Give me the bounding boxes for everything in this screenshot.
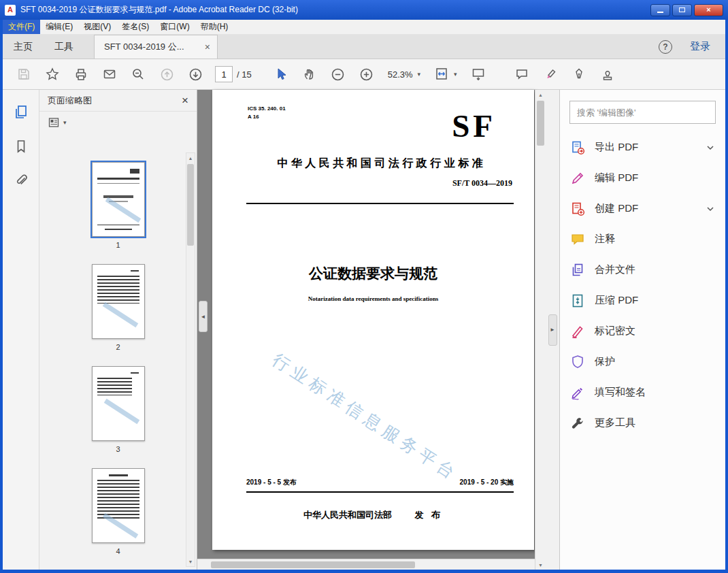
thumbnail-options-icon[interactable] [48,116,60,129]
tool-comment[interactable]: 注释 [560,224,725,255]
tool-fill-sign[interactable]: 填写和签名 [560,377,725,408]
tool-export-pdf[interactable]: 导出 PDF [560,132,725,163]
scroll-up-icon[interactable]: ▲ [186,153,195,163]
scrollbar-thumb[interactable] [211,561,415,568]
comment-tool-button[interactable] [510,63,533,85]
tool-combine-files[interactable]: 合并文件 [560,255,725,285]
create-pdf-icon [569,201,586,217]
attachments-panel-button[interactable] [10,170,33,191]
restore-icon [679,7,685,12]
export-pdf-icon [569,140,586,156]
chevron-down-icon[interactable] [705,143,716,152]
tab-close-icon[interactable]: × [205,42,210,52]
thumbnail-page-1[interactable]: 1 [92,162,145,249]
adobe-reader-icon: A [5,5,16,16]
save-button[interactable] [12,63,35,85]
thumbnails-scrollbar[interactable]: ▲ ▼ [186,152,195,567]
highlight-tool-button[interactable] [539,63,562,85]
menu-edit[interactable]: 编辑(E) [40,20,78,34]
document-subtitle: Notarization data requirements and speci… [212,295,534,302]
implement-date: 2019 - 5 - 20 实施 [460,478,514,487]
scrollbar-thumb[interactable] [187,164,194,246]
minimize-button[interactable] [650,4,670,16]
thumbnail-page-4[interactable]: 4 [92,468,145,555]
redact-icon [569,323,586,340]
bookmarks-panel-button[interactable] [10,136,33,157]
ics-line: A 16 [248,113,286,121]
tab-document-title: SFT 0034-2019 公... [104,41,198,53]
scroll-mode-icon [471,67,486,82]
print-icon [74,67,88,81]
document-vertical-scrollbar[interactable]: ▲ ▼ [535,90,546,570]
email-button[interactable] [98,63,121,85]
tool-edit-pdf[interactable]: 编辑 PDF [560,163,725,193]
thumbnail-page-2[interactable]: 2 [92,264,145,351]
zoom-out-button[interactable] [327,63,350,85]
tool-redact[interactable]: 标记密文 [560,316,725,346]
menu-help[interactable]: 帮助(H) [195,20,234,34]
page-navigation: / 15 [215,66,252,82]
panel-close-icon[interactable]: × [182,95,188,106]
standard-caption: 中 华 人 民 共 和 国 司 法 行 政 行 业 标 准 [245,157,515,171]
scroll-down-icon[interactable]: ▼ [535,560,546,570]
tab-home[interactable]: 主页 [3,35,44,59]
main-area: 页面缩略图 × ▾ [3,90,725,570]
issue-date: 2019 - 5 - 5 发布 [246,478,297,487]
compress-pdf-icon [569,293,586,309]
tab-document[interactable]: SFT 0034-2019 公... × [94,35,218,59]
chevron-down-icon: ▾ [454,71,457,78]
restore-button[interactable] [672,4,692,16]
tab-bar: 主页 工具 SFT 0034-2019 公... × ? 登录 [3,35,725,59]
zoom-in-button[interactable] [355,63,378,85]
help-icon[interactable]: ? [659,40,672,54]
zoom-level-value: 52.3% [388,69,413,80]
previous-page-button[interactable] [155,63,178,85]
scroll-up-icon[interactable]: ▲ [535,90,546,99]
tab-tools[interactable]: 工具 [44,35,84,59]
chevron-down-icon[interactable] [705,204,716,214]
right-panel-gutter: ► [546,90,559,570]
star-icon [46,67,59,81]
page-thumbnails-panel-button[interactable] [10,102,33,122]
edit-pdf-icon [569,170,586,186]
tool-compress-pdf[interactable]: 压缩 PDF [560,285,725,316]
zoom-out-icon [331,67,345,82]
menu-window[interactable]: 窗口(W) [154,20,195,34]
scrollbar-thumb[interactable] [537,101,544,146]
app-frame: 文件(F) 编辑(E) 视图(V) 签名(S) 窗口(W) 帮助(H) 主页 工… [3,20,725,570]
tool-label: 压缩 PDF [595,294,696,307]
tool-create-pdf[interactable]: 创建 PDF [560,193,725,224]
tool-protect[interactable]: 保护 [560,346,725,377]
thumbnail-page-3[interactable]: 3 [92,366,145,453]
chevron-down-icon[interactable]: ▾ [63,119,67,126]
thumbnail-page-number: 4 [116,547,120,555]
close-button[interactable]: × [694,4,723,16]
stamp-tool-button[interactable] [596,63,619,85]
fit-width-dropdown[interactable]: ▾ [434,67,457,82]
page-number-input[interactable] [215,66,233,82]
next-page-button[interactable] [184,63,207,85]
comment-icon [569,231,586,248]
search-zoom-button[interactable] [127,63,150,85]
ics-classification: ICS 35. 240. 01 A 16 [248,105,286,121]
collapse-left-panel-handle[interactable]: ◄ [199,301,208,332]
menu-sign[interactable]: 签名(S) [116,20,154,34]
menu-file[interactable]: 文件(F) [3,20,40,34]
sign-tool-button[interactable] [567,63,591,85]
hand-tool-button[interactable] [298,63,321,85]
zoom-level-dropdown[interactable]: 52.3% ▾ [388,69,420,80]
tool-more-tools[interactable]: 更多工具 [560,408,725,438]
document-horizontal-scrollbar[interactable] [197,559,535,570]
select-tool-button[interactable] [269,63,293,85]
tools-search-input[interactable] [569,101,716,124]
sign-in-link[interactable]: 登录 [690,40,710,53]
scroll-down-icon[interactable]: ▼ [186,557,195,566]
collapse-right-panel-handle[interactable]: ► [548,314,557,346]
menu-view[interactable]: 视图(V) [78,20,116,34]
fill-sign-pen-icon [569,384,586,401]
print-button[interactable] [69,63,93,85]
scroll-mode-button[interactable] [467,63,490,85]
select-cursor-icon [274,67,288,81]
star-button[interactable] [41,63,64,85]
tools-panel: 导出 PDF 编辑 PDF 创建 PDF [559,90,725,570]
